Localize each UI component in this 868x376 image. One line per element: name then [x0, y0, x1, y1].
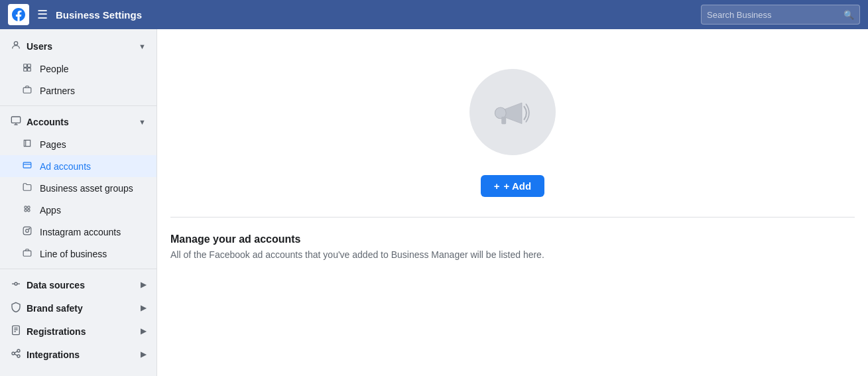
data-sources-chevron-icon: ▶ [141, 281, 146, 289]
sidebar-section-users[interactable]: Users ▼ [0, 34, 156, 58]
svg-point-16 [28, 210, 31, 212]
svg-point-18 [26, 229, 29, 233]
users-chevron-icon: ▼ [139, 42, 146, 50]
sidebar-item-instagram-accounts[interactable]: Instagram accounts [0, 221, 156, 243]
svg-rect-11 [23, 162, 31, 168]
svg-point-13 [25, 206, 27, 209]
sidebar-item-ad-accounts[interactable]: Ad accounts [0, 155, 156, 177]
sidebar-item-business-asset-groups[interactable]: Business asset groups [0, 177, 156, 199]
person-icon [21, 63, 33, 74]
sidebar-item-line-of-business-label: Line of business [40, 249, 107, 259]
svg-rect-6 [11, 117, 20, 123]
svg-rect-2 [28, 64, 31, 68]
svg-marker-9 [24, 140, 30, 146]
svg-line-32 [15, 354, 17, 355]
sidebar-item-apps[interactable]: Apps [0, 199, 156, 221]
svg-line-31 [15, 351, 17, 353]
search-icon: 🔍 [843, 10, 854, 20]
data-sources-icon [11, 279, 21, 291]
svg-point-28 [12, 352, 15, 355]
menu-icon[interactable]: ☰ [37, 7, 48, 22]
business-asset-groups-icon [21, 182, 33, 194]
body: Users ▼ People Partners Accounts [0, 29, 868, 376]
sidebar-divider-2 [0, 269, 156, 269]
integrations-icon [11, 348, 21, 361]
registrations-chevron-icon: ▶ [141, 327, 146, 336]
main-info-desc: All of the Facebook ad accounts that you… [170, 249, 855, 260]
svg-point-19 [29, 228, 30, 229]
sidebar-item-ad-accounts-label: Ad accounts [40, 161, 91, 172]
add-button-label: + Add [504, 180, 532, 192]
search-input[interactable] [707, 10, 839, 20]
facebook-logo [8, 4, 29, 25]
main-info: Manage your ad accounts All of the Faceb… [157, 218, 868, 276]
svg-rect-5 [23, 88, 31, 93]
sidebar-item-partners[interactable]: Partners [0, 80, 156, 101]
instagram-icon [21, 226, 33, 237]
svg-rect-3 [24, 68, 27, 72]
svg-point-15 [25, 210, 27, 212]
apps-icon [21, 204, 33, 216]
brand-safety-icon [11, 302, 21, 314]
megaphone-illustration [469, 69, 556, 155]
sidebar-item-people-label: People [40, 64, 69, 74]
integrations-chevron-icon: ▶ [141, 350, 146, 359]
svg-rect-1 [24, 64, 27, 68]
brand-safety-chevron-icon: ▶ [141, 304, 146, 312]
sidebar: Users ▼ People Partners Accounts [0, 29, 157, 376]
sidebar-item-business-asset-groups-label: Business asset groups [40, 183, 133, 194]
users-icon [11, 40, 21, 52]
sidebar-section-accounts[interactable]: Accounts ▼ [0, 110, 156, 133]
svg-point-14 [28, 206, 31, 209]
sidebar-item-pages[interactable]: Pages [0, 133, 156, 155]
header: ☰ Business Settings 🔍 [0, 0, 868, 29]
line-of-business-icon [21, 248, 33, 259]
sidebar-divider-1 [0, 105, 156, 106]
registrations-icon [11, 325, 21, 338]
svg-rect-34 [501, 117, 506, 124]
sidebar-section-integrations[interactable]: Integrations ▶ [0, 343, 156, 366]
header-title: Business Settings [56, 9, 693, 21]
sidebar-section-registrations[interactable]: Registrations ▶ [0, 320, 156, 343]
main-info-title: Manage your ad accounts [170, 233, 855, 245]
svg-point-21 [15, 282, 17, 285]
add-button[interactable]: + + Add [481, 175, 544, 197]
svg-point-29 [17, 349, 20, 352]
sidebar-section-integrations-label: Integrations [27, 349, 80, 360]
partners-icon [21, 85, 33, 96]
sidebar-section-accounts-label: Accounts [27, 117, 69, 127]
sidebar-item-pages-label: Pages [40, 139, 66, 150]
svg-rect-17 [23, 227, 31, 235]
sidebar-section-data-sources[interactable]: Data sources ▶ [0, 273, 156, 296]
sidebar-item-instagram-accounts-label: Instagram accounts [40, 227, 121, 237]
ad-accounts-icon [21, 160, 33, 172]
accounts-icon [11, 115, 21, 128]
sidebar-section-registrations-label: Registrations [27, 326, 86, 337]
svg-rect-20 [23, 251, 31, 256]
pages-icon [21, 139, 33, 150]
main-illustration: + + Add [157, 29, 868, 217]
sidebar-item-line-of-business[interactable]: Line of business [0, 243, 156, 265]
sidebar-section-brand-safety-label: Brand safety [27, 303, 83, 314]
sidebar-item-people[interactable]: People [0, 58, 156, 80]
sidebar-item-apps-label: Apps [40, 205, 61, 216]
sidebar-item-partners-label: Partners [40, 86, 75, 96]
search-bar[interactable]: 🔍 [701, 5, 860, 25]
sidebar-section-brand-safety[interactable]: Brand safety ▶ [0, 296, 156, 320]
plus-icon: + [494, 180, 500, 192]
sidebar-section-data-sources-label: Data sources [27, 280, 85, 290]
svg-rect-4 [28, 68, 31, 72]
accounts-chevron-icon: ▼ [139, 118, 146, 126]
svg-point-30 [17, 355, 20, 357]
main-content: + + Add Manage your ad accounts All of t… [157, 29, 868, 376]
sidebar-section-users-label: Users [27, 41, 52, 52]
svg-point-0 [14, 42, 17, 45]
